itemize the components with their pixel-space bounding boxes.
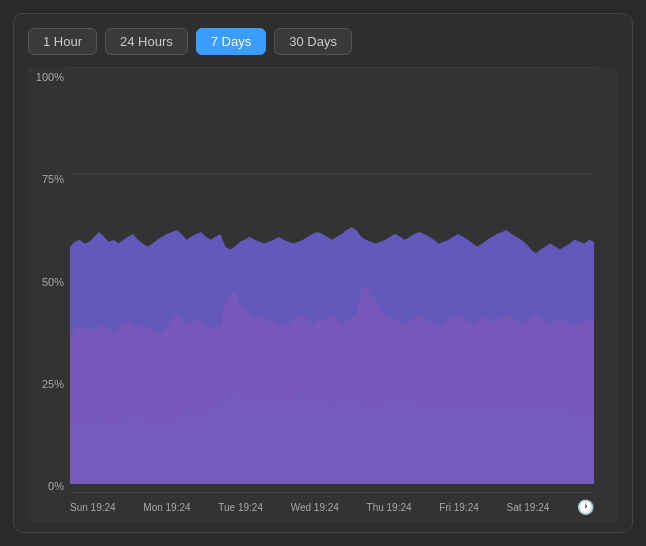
- time-range-toolbar: 1 Hour 24 Hours 7 Days 30 Days: [28, 28, 618, 55]
- x-label-mon: Mon 19:24: [143, 502, 190, 513]
- clock-icon: 🕐: [577, 499, 594, 515]
- x-label-wed: Wed 19:24: [291, 502, 339, 513]
- tab-30days[interactable]: 30 Days: [274, 28, 352, 55]
- x-label-sun: Sun 19:24: [70, 502, 116, 513]
- x-label-sat: Sat 19:24: [506, 502, 549, 513]
- x-label-tue: Tue 19:24: [218, 502, 263, 513]
- tab-24hours[interactable]: 24 Hours: [105, 28, 188, 55]
- y-label-25: 25%: [32, 378, 64, 390]
- y-label-0: 0%: [32, 480, 64, 492]
- y-label-50: 50%: [32, 276, 64, 288]
- x-label-fri: Fri 19:24: [439, 502, 478, 513]
- chart-area: 100% 75% 50% 25% 0% Sun 19:24 Mon 19:: [28, 67, 618, 522]
- y-axis-labels: 100% 75% 50% 25% 0%: [28, 67, 70, 492]
- y-label-100: 100%: [32, 71, 64, 83]
- tab-7days[interactable]: 7 Days: [196, 28, 266, 55]
- x-label-thu: Thu 19:24: [367, 502, 412, 513]
- chart-card: 1 Hour 24 Hours 7 Days 30 Days 100% 75% …: [13, 13, 633, 533]
- chart-svg: [70, 67, 594, 484]
- y-label-75: 75%: [32, 173, 64, 185]
- tab-1hour[interactable]: 1 Hour: [28, 28, 97, 55]
- x-axis-labels: Sun 19:24 Mon 19:24 Tue 19:24 Wed 19:24 …: [70, 492, 594, 522]
